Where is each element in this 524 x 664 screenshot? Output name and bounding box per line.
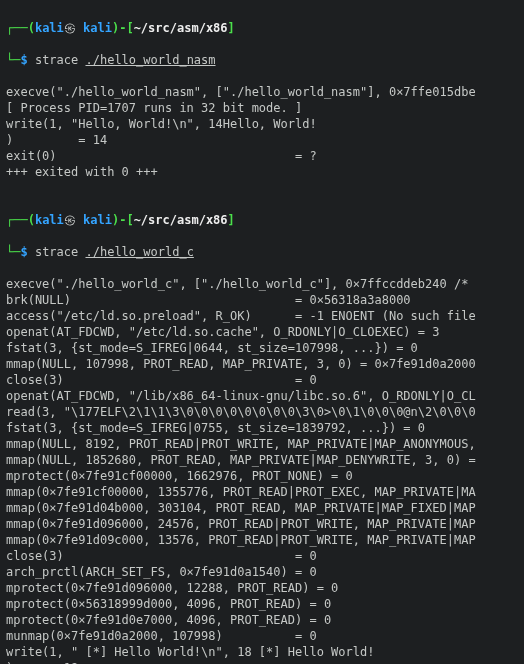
output-line: read(3, "\177ELF\2\1\1\3\0\0\0\0\0\0\0\0…: [6, 404, 518, 420]
prompt-line-1: ┌──(kali㉿ kali)-[~/src/asm/x86]: [6, 20, 518, 36]
prompt-l2-open: └─: [6, 53, 20, 67]
prompt-line-1b: ┌──(kali㉿ kali)-[~/src/asm/x86]: [6, 212, 518, 228]
cmd-arg-2: ./hello_world_c: [85, 245, 193, 259]
output-line: openat(AT_FDCWD, "/etc/ld.so.cache", O_R…: [6, 324, 518, 340]
output-line: mmap(NULL, 107998, PROT_READ, MAP_PRIVAT…: [6, 356, 518, 372]
output-line: write(1, "Hello, World!\n", 14Hello, Wor…: [6, 116, 518, 132]
output-line: mmap(0×7fe91d04b000, 303104, PROT_READ, …: [6, 500, 518, 516]
output-line: access("/etc/ld.so.preload", R_OK) = -1 …: [6, 308, 518, 324]
output-line: close(3) = 0: [6, 372, 518, 388]
output-line: +++ exited with 0 +++: [6, 164, 518, 180]
cmd-part-1: strace: [35, 53, 86, 67]
prompt-line-2b: └─$ strace ./hello_world_c: [6, 244, 518, 260]
strace-output-1: execve("./hello_world_nasm", ["./hello_w…: [6, 84, 518, 196]
output-line: [ Process PID=1707 runs in 32 bit mode. …: [6, 100, 518, 116]
output-line: [6, 180, 518, 196]
prompt-mid: )-[: [112, 21, 134, 35]
output-line: mmap(NULL, 8192, PROT_READ|PROT_WRITE, M…: [6, 436, 518, 452]
output-line: mprotect(0×7fe91d096000, 12288, PROT_REA…: [6, 580, 518, 596]
output-line: mprotect(0×7fe91d0e7000, 4096, PROT_READ…: [6, 612, 518, 628]
output-line: exit(0) = ?: [6, 148, 518, 164]
cmd-arg-1: ./hello_world_nasm: [85, 53, 215, 67]
prompt-user: kali: [35, 21, 64, 35]
output-line: ) = 14: [6, 132, 518, 148]
output-line: mmap(0×7fe91cf00000, 1355776, PROT_READ|…: [6, 484, 518, 500]
prompt-host: kali: [83, 21, 112, 35]
terminal[interactable]: ┌──(kali㉿ kali)-[~/src/asm/x86] └─$ stra…: [0, 0, 524, 664]
output-line: ) = 18: [6, 660, 518, 664]
prompt-cwd: ~/src/asm/x86: [134, 21, 228, 35]
output-line: mprotect(0×7fe91cf00000, 1662976, PROT_N…: [6, 468, 518, 484]
prompt-sep: ㉿: [64, 21, 83, 35]
output-line: mmap(0×7fe91d09c000, 13576, PROT_READ|PR…: [6, 532, 518, 548]
output-line: fstat(3, {st_mode=S_IFREG|0644, st_size=…: [6, 340, 518, 356]
output-line: fstat(3, {st_mode=S_IFREG|0755, st_size=…: [6, 420, 518, 436]
output-line: write(1, " [*] Hello World!\n", 18 [*] H…: [6, 644, 518, 660]
output-line: mprotect(0×56318999d000, 4096, PROT_READ…: [6, 596, 518, 612]
output-line: execve("./hello_world_nasm", ["./hello_w…: [6, 84, 518, 100]
prompt-close: ]: [228, 21, 235, 35]
output-line: arch_prctl(ARCH_SET_FS, 0×7fe91d0a1540) …: [6, 564, 518, 580]
output-line: munmap(0×7fe91d0a2000, 107998) = 0: [6, 628, 518, 644]
prompt-dollar: $: [20, 53, 34, 67]
strace-output-2: execve("./hello_world_c", ["./hello_worl…: [6, 276, 518, 664]
prompt-open: ┌──(: [6, 21, 35, 35]
output-line: close(3) = 0: [6, 548, 518, 564]
output-line: brk(NULL) = 0×56318a3a8000: [6, 292, 518, 308]
cmd-part-2: strace: [35, 245, 86, 259]
output-line: mmap(0×7fe91d096000, 24576, PROT_READ|PR…: [6, 516, 518, 532]
prompt-line-2: └─$ strace ./hello_world_nasm: [6, 52, 518, 68]
output-line: mmap(NULL, 1852680, PROT_READ, MAP_PRIVA…: [6, 452, 518, 468]
output-line: execve("./hello_world_c", ["./hello_worl…: [6, 276, 518, 292]
output-line: openat(AT_FDCWD, "/lib/x86_64-linux-gnu/…: [6, 388, 518, 404]
